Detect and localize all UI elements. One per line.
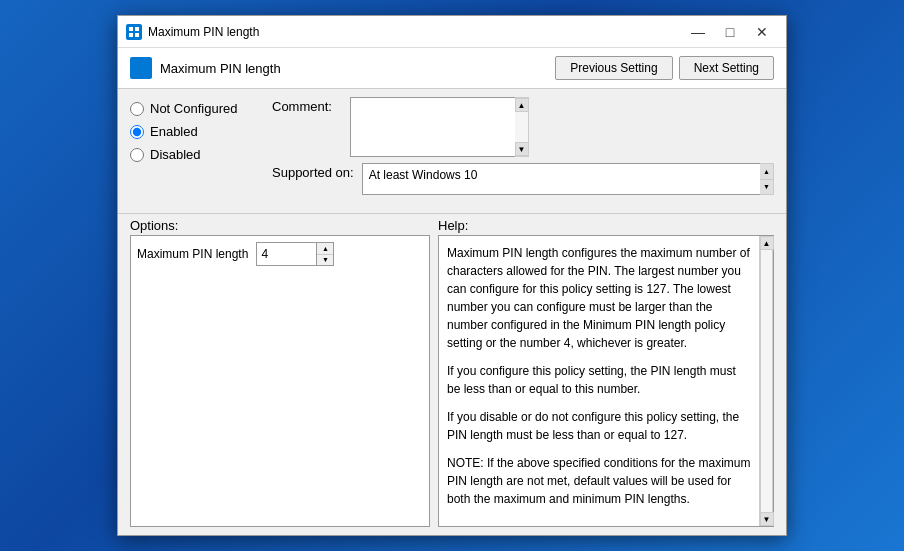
header-left: Maximum PIN length bbox=[130, 57, 281, 79]
enabled-label: Enabled bbox=[150, 124, 198, 139]
help-para-2: If you configure this policy setting, th… bbox=[447, 362, 751, 398]
help-para-3: If you disable or do not configure this … bbox=[447, 408, 751, 444]
comment-textarea[interactable] bbox=[350, 97, 515, 157]
svg-rect-2 bbox=[129, 33, 133, 37]
supported-scroll-down[interactable]: ▼ bbox=[760, 180, 773, 195]
help-panel: Maximum PIN length configures the maximu… bbox=[438, 235, 774, 527]
next-setting-button[interactable]: Next Setting bbox=[679, 56, 774, 80]
svg-rect-7 bbox=[142, 69, 150, 77]
header-icon bbox=[130, 57, 152, 79]
not-configured-label: Not Configured bbox=[150, 101, 237, 116]
section-labels: Options: Help: bbox=[118, 218, 786, 235]
svg-rect-1 bbox=[135, 27, 139, 31]
enabled-radio[interactable] bbox=[130, 125, 144, 139]
previous-setting-button[interactable]: Previous Setting bbox=[555, 56, 672, 80]
help-para-1: Maximum PIN length configures the maximu… bbox=[447, 244, 751, 352]
supported-box-wrap: At least Windows 10 ▲ ▼ bbox=[362, 163, 774, 195]
disabled-radio[interactable] bbox=[130, 148, 144, 162]
close-button[interactable]: ✕ bbox=[746, 18, 778, 46]
svg-rect-5 bbox=[142, 59, 150, 67]
enabled-option[interactable]: Enabled bbox=[130, 124, 260, 139]
spin-up-button[interactable]: ▲ bbox=[317, 243, 333, 255]
window-controls: — □ ✕ bbox=[682, 18, 778, 46]
header-title: Maximum PIN length bbox=[160, 61, 281, 76]
help-scroll-up[interactable]: ▲ bbox=[760, 236, 774, 250]
pin-length-spinner: ▲ ▼ bbox=[256, 242, 334, 266]
comment-scroll-up[interactable]: ▲ bbox=[515, 98, 529, 112]
supported-value: At least Windows 10 bbox=[362, 163, 760, 195]
supported-block: Supported on: At least Windows 10 ▲ ▼ bbox=[272, 163, 774, 195]
comment-textarea-wrap: ▲ ▼ bbox=[350, 97, 529, 157]
divider bbox=[118, 213, 786, 214]
help-section-label: Help: bbox=[438, 218, 468, 233]
spin-down-button[interactable]: ▼ bbox=[317, 255, 333, 266]
window-title: Maximum PIN length bbox=[148, 25, 676, 39]
options-section-label: Options: bbox=[130, 218, 438, 233]
help-scrollbar: ▲ ▼ bbox=[759, 236, 773, 526]
comment-block: Comment: ▲ ▼ bbox=[272, 97, 774, 157]
comment-label: Comment: bbox=[272, 97, 342, 114]
supported-scrollbar: ▲ ▼ bbox=[760, 163, 774, 195]
main-content: Not Configured Enabled Disabled Comment:… bbox=[118, 89, 786, 209]
right-section: Comment: ▲ ▼ Supported on: At least Wind… bbox=[272, 97, 774, 201]
minimize-button[interactable]: — bbox=[682, 18, 714, 46]
title-bar: Maximum PIN length — □ ✕ bbox=[118, 16, 786, 48]
svg-rect-0 bbox=[129, 27, 133, 31]
supported-label: Supported on: bbox=[272, 163, 354, 180]
main-window: Maximum PIN length — □ ✕ Maximum PIN len… bbox=[117, 15, 787, 536]
supported-scroll-up[interactable]: ▲ bbox=[760, 164, 773, 180]
svg-rect-4 bbox=[132, 59, 140, 67]
not-configured-radio[interactable] bbox=[130, 102, 144, 116]
maximize-button[interactable]: □ bbox=[714, 18, 746, 46]
spin-buttons: ▲ ▼ bbox=[317, 243, 333, 265]
disabled-label: Disabled bbox=[150, 147, 201, 162]
header-buttons: Previous Setting Next Setting bbox=[555, 56, 774, 80]
bottom-section: Maximum PIN length ▲ ▼ Maximum PIN lengt… bbox=[118, 235, 786, 535]
window-icon bbox=[126, 24, 142, 40]
disabled-option[interactable]: Disabled bbox=[130, 147, 260, 162]
radio-section: Not Configured Enabled Disabled bbox=[130, 97, 260, 201]
options-inner: Maximum PIN length ▲ ▼ bbox=[131, 236, 429, 272]
comment-scrollbar: ▲ ▼ bbox=[515, 97, 529, 157]
help-para-4: NOTE: If the above specified conditions … bbox=[447, 454, 751, 508]
options-panel: Maximum PIN length ▲ ▼ bbox=[130, 235, 430, 527]
comment-scroll-down[interactable]: ▼ bbox=[515, 142, 529, 156]
svg-rect-6 bbox=[132, 69, 140, 77]
help-scroll-track bbox=[760, 250, 773, 512]
header-bar: Maximum PIN length Previous Setting Next… bbox=[118, 48, 786, 89]
help-text: Maximum PIN length configures the maximu… bbox=[439, 236, 759, 526]
pin-length-label: Maximum PIN length bbox=[137, 247, 248, 261]
comment-scroll-track bbox=[515, 112, 528, 142]
not-configured-option[interactable]: Not Configured bbox=[130, 101, 260, 116]
svg-rect-3 bbox=[135, 33, 139, 37]
help-scroll-down[interactable]: ▼ bbox=[760, 512, 774, 526]
pin-length-input[interactable] bbox=[257, 243, 317, 265]
